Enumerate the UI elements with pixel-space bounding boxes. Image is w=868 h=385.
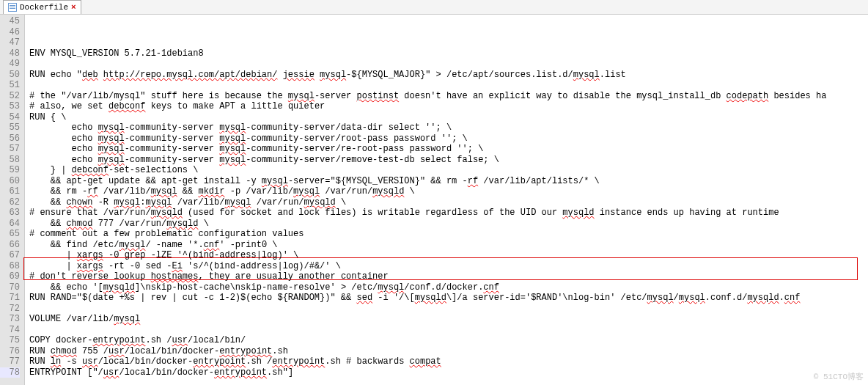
tab-filename: Dockerfile <box>20 3 68 12</box>
line-gutter: 4546474849505152535455565758596061626364… <box>0 15 25 385</box>
code-line <box>29 80 868 91</box>
code-line: RUN ln -s usr/local/bin/docker-entrypoin… <box>29 356 868 367</box>
code-line: } | debconf-set-selections \ <box>29 165 868 176</box>
line-number: 46 <box>0 27 20 38</box>
line-number: 48 <box>0 48 20 59</box>
tab-bar: Dockerfile × <box>0 0 868 15</box>
code-line: # comment out a few problematic configur… <box>29 229 868 240</box>
code-line: RUN RAND="$(date +%s | rev | cut -c 1-2)… <box>29 293 868 304</box>
line-number: 74 <box>0 325 20 336</box>
line-number: 56 <box>0 133 20 144</box>
line-number: 69 <box>0 271 20 282</box>
code-line: RUN echo "deb http://repo.mysql.com/apt/… <box>29 70 868 81</box>
code-line <box>29 325 868 336</box>
code-line: VOLUME /var/lib/mysql <box>29 314 868 325</box>
file-tab[interactable]: Dockerfile × <box>3 0 81 14</box>
code-line: # don't reverse lookup hostnames, they a… <box>29 271 868 282</box>
line-number: 61 <box>0 186 20 197</box>
line-number: 65 <box>0 229 20 240</box>
code-line: ENTRYPOINT ["/usr/local/bin/docker-entry… <box>29 367 868 378</box>
line-number: 49 <box>0 59 20 70</box>
code-line: RUN { \ <box>29 112 868 123</box>
code-line: RUN chmod 755 /usr/local/bin/docker-entr… <box>29 346 868 357</box>
close-icon[interactable]: × <box>71 3 76 12</box>
line-number: 70 <box>0 282 20 293</box>
code-line: echo mysql-community-server mysql-commun… <box>29 144 868 155</box>
code-line: && echo '[mysqld]\nskip-host-cache\nskip… <box>29 282 868 293</box>
code-line: echo mysql-community-server mysql-commun… <box>29 122 868 133</box>
code-line: && chmod 777 /var/run/mysqld \ <box>29 219 868 230</box>
code-line <box>29 378 868 385</box>
code-line <box>29 59 868 70</box>
line-number: 55 <box>0 122 20 133</box>
code-line: && chown -R mysql:mysql /var/lib/mysql /… <box>29 197 868 208</box>
watermark: © 51CTO博客 <box>814 371 864 382</box>
code-line: | xargs -0 grep -lZE '^(bind-address|log… <box>29 250 868 261</box>
code-line <box>29 304 868 315</box>
line-number: 60 <box>0 176 20 187</box>
line-number: 71 <box>0 293 20 304</box>
line-number: 51 <box>0 80 20 91</box>
line-number: 53 <box>0 101 20 112</box>
code-area[interactable]: ENV MYSQL_VERSION 5.7.21-1debian8RUN ech… <box>25 15 868 385</box>
file-icon <box>8 3 17 12</box>
line-number: 50 <box>0 70 20 81</box>
line-number: 67 <box>0 250 20 261</box>
code-line: && apt-get update && apt-get install -y … <box>29 176 868 187</box>
line-number: 63 <box>0 208 20 219</box>
code-line: # the "/var/lib/mysql" stuff here is bec… <box>29 91 868 102</box>
line-number: 59 <box>0 165 20 176</box>
code-line: && rm -rf /var/lib/mysql && mkdir -p /va… <box>29 186 868 197</box>
code-line: | xargs -rt -0 sed -Ei 's/^(bind-address… <box>29 261 868 272</box>
line-number: 58 <box>0 155 20 166</box>
code-line: # ensure that /var/run/mysqld (used for … <box>29 208 868 219</box>
line-number: 78 <box>0 367 20 378</box>
line-number: 72 <box>0 304 20 315</box>
code-line: && find /etc/mysql/ -name '*.cnf' -print… <box>29 240 868 251</box>
line-number: 47 <box>0 37 20 48</box>
line-number: 68 <box>0 261 20 272</box>
line-number: 62 <box>0 197 20 208</box>
line-number: 57 <box>0 144 20 155</box>
line-number: 64 <box>0 219 20 230</box>
line-number: 54 <box>0 112 20 123</box>
line-number: 77 <box>0 356 20 367</box>
code-editor[interactable]: 4546474849505152535455565758596061626364… <box>0 15 868 385</box>
code-line: # also, we set debconf keys to make APT … <box>29 101 868 112</box>
line-number: 73 <box>0 314 20 325</box>
code-line: COPY docker-entrypoint.sh /usr/local/bin… <box>29 335 868 346</box>
code-line: echo mysql-community-server mysql-commun… <box>29 155 868 166</box>
line-number: 75 <box>0 335 20 346</box>
line-number: 45 <box>0 16 20 27</box>
line-number: 52 <box>0 91 20 102</box>
code-line: ENV MYSQL_VERSION 5.7.21-1debian8 <box>29 48 868 59</box>
line-number: 76 <box>0 346 20 357</box>
code-line: echo mysql-community-server mysql-commun… <box>29 133 868 144</box>
line-number: 66 <box>0 240 20 251</box>
